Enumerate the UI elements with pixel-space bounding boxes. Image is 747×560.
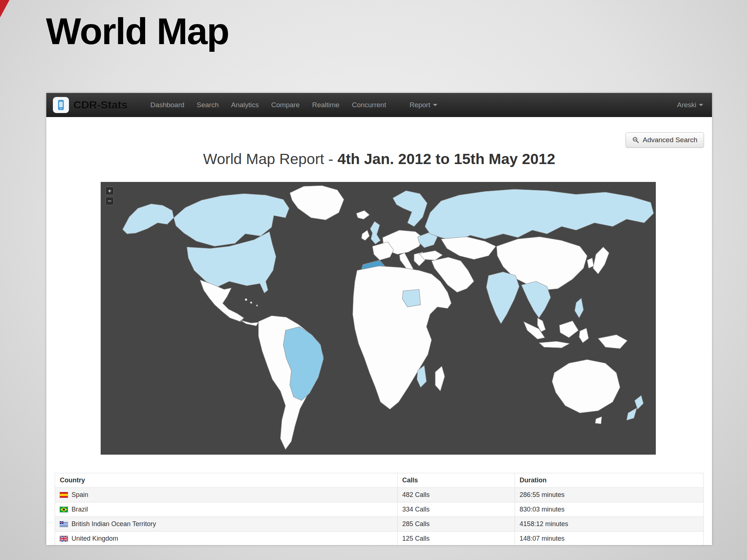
main-nav: Dashboard Search Analytics Compare Realt… xyxy=(144,93,443,117)
table-row: United Kingdom 125 Calls 148:07 minutes xyxy=(55,532,704,545)
slide-background: { "slide": { "title": "World Map" }, "na… xyxy=(0,0,747,560)
advanced-search-button[interactable]: Advanced Search xyxy=(626,132,704,148)
table-row: Spain 482 Calls 286:55 minutes xyxy=(55,488,704,502)
slide-title: World Map xyxy=(46,10,229,53)
app-logo-icon[interactable] xyxy=(53,97,69,113)
caret-down-icon xyxy=(433,104,437,106)
report-title: World Map Report - 4th Jan. 2012 to 15th… xyxy=(46,151,712,168)
column-header-calls: Calls xyxy=(397,473,515,488)
caret-down-icon xyxy=(699,104,703,106)
navbar: CDR-Stats Dashboard Search Analytics Com… xyxy=(46,93,712,117)
nav-item-analytics[interactable]: Analytics xyxy=(225,93,265,117)
world-map[interactable]: + − xyxy=(101,182,656,455)
country-stats-table: Country Calls Duration Spain 482 Calls 2… xyxy=(55,473,704,545)
corner-accent xyxy=(0,0,9,18)
app-window: CDR-Stats Dashboard Search Analytics Com… xyxy=(46,93,712,545)
nav-item-concurrent[interactable]: Concurrent xyxy=(346,93,392,117)
biot-flag-icon xyxy=(60,521,68,527)
spain-flag-icon xyxy=(60,492,68,498)
nav-item-search[interactable]: Search xyxy=(190,93,225,117)
table-row: British Indian Ocean Territory 285 Calls… xyxy=(55,517,704,532)
nav-item-report[interactable]: Report xyxy=(403,93,444,117)
table-row: Brazil 334 Calls 830:03 minutes xyxy=(55,502,704,517)
table-header-row: Country Calls Duration xyxy=(55,473,704,488)
country-stats-section: Country Calls Duration Spain 482 Calls 2… xyxy=(55,473,704,545)
world-map-svg xyxy=(101,182,656,455)
search-icon xyxy=(632,136,639,144)
nav-item-dashboard[interactable]: Dashboard xyxy=(144,93,190,117)
column-header-duration: Duration xyxy=(515,473,703,488)
brazil-flag-icon xyxy=(60,507,68,512)
column-header-country: Country xyxy=(55,473,398,488)
report-content: Advanced Search World Map Report - 4th J… xyxy=(46,117,712,545)
nav-item-compare[interactable]: Compare xyxy=(265,93,306,117)
uk-flag-icon xyxy=(60,536,68,541)
brand-title[interactable]: CDR-Stats xyxy=(73,99,127,111)
phone-icon xyxy=(55,99,67,111)
zoom-in-button[interactable]: + xyxy=(105,187,114,195)
nav-item-realtime[interactable]: Realtime xyxy=(306,93,346,117)
zoom-out-button[interactable]: − xyxy=(105,197,114,205)
user-menu[interactable]: Areski xyxy=(675,101,705,109)
